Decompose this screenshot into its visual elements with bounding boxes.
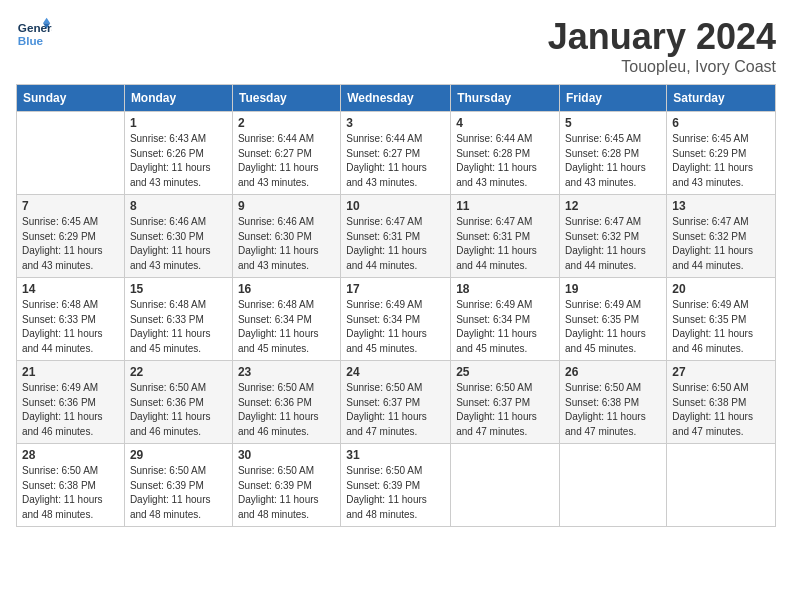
calendar-cell: 27Sunrise: 6:50 AMSunset: 6:38 PMDayligh… [667,361,776,444]
day-number: 27 [672,365,770,379]
calendar-cell: 18Sunrise: 6:49 AMSunset: 6:34 PMDayligh… [451,278,560,361]
day-info: Sunrise: 6:48 AMSunset: 6:33 PMDaylight:… [22,298,119,356]
calendar-cell: 5Sunrise: 6:45 AMSunset: 6:28 PMDaylight… [560,112,667,195]
calendar-cell [667,444,776,527]
day-number: 7 [22,199,119,213]
day-info: Sunrise: 6:49 AMSunset: 6:35 PMDaylight:… [565,298,661,356]
day-info: Sunrise: 6:50 AMSunset: 6:37 PMDaylight:… [456,381,554,439]
weekday-header: Tuesday [232,85,340,112]
day-info: Sunrise: 6:44 AMSunset: 6:27 PMDaylight:… [346,132,445,190]
day-number: 22 [130,365,227,379]
day-info: Sunrise: 6:49 AMSunset: 6:34 PMDaylight:… [456,298,554,356]
day-info: Sunrise: 6:49 AMSunset: 6:35 PMDaylight:… [672,298,770,356]
day-info: Sunrise: 6:47 AMSunset: 6:31 PMDaylight:… [456,215,554,273]
calendar-cell: 20Sunrise: 6:49 AMSunset: 6:35 PMDayligh… [667,278,776,361]
day-number: 19 [565,282,661,296]
day-number: 6 [672,116,770,130]
calendar-cell: 24Sunrise: 6:50 AMSunset: 6:37 PMDayligh… [341,361,451,444]
page-header: General Blue January 2024 Touopleu, Ivor… [16,16,776,76]
calendar-cell: 16Sunrise: 6:48 AMSunset: 6:34 PMDayligh… [232,278,340,361]
calendar-cell: 26Sunrise: 6:50 AMSunset: 6:38 PMDayligh… [560,361,667,444]
day-number: 8 [130,199,227,213]
weekday-header: Sunday [17,85,125,112]
calendar-cell: 23Sunrise: 6:50 AMSunset: 6:36 PMDayligh… [232,361,340,444]
calendar-cell: 21Sunrise: 6:49 AMSunset: 6:36 PMDayligh… [17,361,125,444]
weekday-header-row: SundayMondayTuesdayWednesdayThursdayFrid… [17,85,776,112]
day-number: 13 [672,199,770,213]
day-info: Sunrise: 6:46 AMSunset: 6:30 PMDaylight:… [130,215,227,273]
day-info: Sunrise: 6:44 AMSunset: 6:28 PMDaylight:… [456,132,554,190]
day-info: Sunrise: 6:47 AMSunset: 6:32 PMDaylight:… [565,215,661,273]
calendar-cell: 15Sunrise: 6:48 AMSunset: 6:33 PMDayligh… [124,278,232,361]
calendar-cell: 14Sunrise: 6:48 AMSunset: 6:33 PMDayligh… [17,278,125,361]
day-info: Sunrise: 6:48 AMSunset: 6:33 PMDaylight:… [130,298,227,356]
day-info: Sunrise: 6:50 AMSunset: 6:39 PMDaylight:… [238,464,335,522]
day-number: 14 [22,282,119,296]
calendar-cell: 4Sunrise: 6:44 AMSunset: 6:28 PMDaylight… [451,112,560,195]
day-number: 18 [456,282,554,296]
day-number: 3 [346,116,445,130]
calendar-week-row: 1Sunrise: 6:43 AMSunset: 6:26 PMDaylight… [17,112,776,195]
weekday-header: Monday [124,85,232,112]
calendar-cell: 19Sunrise: 6:49 AMSunset: 6:35 PMDayligh… [560,278,667,361]
day-info: Sunrise: 6:50 AMSunset: 6:38 PMDaylight:… [672,381,770,439]
month-title: January 2024 [548,16,776,58]
calendar-cell [451,444,560,527]
day-number: 17 [346,282,445,296]
title-block: January 2024 Touopleu, Ivory Coast [548,16,776,76]
day-info: Sunrise: 6:50 AMSunset: 6:36 PMDaylight:… [130,381,227,439]
day-number: 9 [238,199,335,213]
calendar-cell: 3Sunrise: 6:44 AMSunset: 6:27 PMDaylight… [341,112,451,195]
day-info: Sunrise: 6:48 AMSunset: 6:34 PMDaylight:… [238,298,335,356]
day-info: Sunrise: 6:50 AMSunset: 6:38 PMDaylight:… [22,464,119,522]
day-number: 2 [238,116,335,130]
day-number: 23 [238,365,335,379]
calendar-cell: 28Sunrise: 6:50 AMSunset: 6:38 PMDayligh… [17,444,125,527]
day-info: Sunrise: 6:45 AMSunset: 6:29 PMDaylight:… [672,132,770,190]
day-number: 1 [130,116,227,130]
day-number: 20 [672,282,770,296]
calendar-cell: 2Sunrise: 6:44 AMSunset: 6:27 PMDaylight… [232,112,340,195]
calendar-cell: 1Sunrise: 6:43 AMSunset: 6:26 PMDaylight… [124,112,232,195]
calendar-cell [17,112,125,195]
day-number: 11 [456,199,554,213]
calendar-week-row: 7Sunrise: 6:45 AMSunset: 6:29 PMDaylight… [17,195,776,278]
calendar-cell: 11Sunrise: 6:47 AMSunset: 6:31 PMDayligh… [451,195,560,278]
calendar-cell: 31Sunrise: 6:50 AMSunset: 6:39 PMDayligh… [341,444,451,527]
location-title: Touopleu, Ivory Coast [548,58,776,76]
calendar-week-row: 21Sunrise: 6:49 AMSunset: 6:36 PMDayligh… [17,361,776,444]
day-info: Sunrise: 6:49 AMSunset: 6:36 PMDaylight:… [22,381,119,439]
day-number: 30 [238,448,335,462]
calendar-cell: 29Sunrise: 6:50 AMSunset: 6:39 PMDayligh… [124,444,232,527]
day-info: Sunrise: 6:43 AMSunset: 6:26 PMDaylight:… [130,132,227,190]
day-info: Sunrise: 6:50 AMSunset: 6:38 PMDaylight:… [565,381,661,439]
day-info: Sunrise: 6:50 AMSunset: 6:37 PMDaylight:… [346,381,445,439]
day-info: Sunrise: 6:45 AMSunset: 6:29 PMDaylight:… [22,215,119,273]
calendar-cell: 6Sunrise: 6:45 AMSunset: 6:29 PMDaylight… [667,112,776,195]
calendar-cell: 17Sunrise: 6:49 AMSunset: 6:34 PMDayligh… [341,278,451,361]
day-number: 4 [456,116,554,130]
day-number: 16 [238,282,335,296]
calendar-cell [560,444,667,527]
weekday-header: Friday [560,85,667,112]
day-number: 15 [130,282,227,296]
day-number: 26 [565,365,661,379]
day-number: 29 [130,448,227,462]
day-info: Sunrise: 6:46 AMSunset: 6:30 PMDaylight:… [238,215,335,273]
calendar-week-row: 14Sunrise: 6:48 AMSunset: 6:33 PMDayligh… [17,278,776,361]
calendar-week-row: 28Sunrise: 6:50 AMSunset: 6:38 PMDayligh… [17,444,776,527]
day-info: Sunrise: 6:47 AMSunset: 6:32 PMDaylight:… [672,215,770,273]
logo: General Blue [16,16,56,52]
day-info: Sunrise: 6:45 AMSunset: 6:28 PMDaylight:… [565,132,661,190]
calendar-cell: 25Sunrise: 6:50 AMSunset: 6:37 PMDayligh… [451,361,560,444]
day-number: 25 [456,365,554,379]
calendar-cell: 10Sunrise: 6:47 AMSunset: 6:31 PMDayligh… [341,195,451,278]
calendar-cell: 30Sunrise: 6:50 AMSunset: 6:39 PMDayligh… [232,444,340,527]
svg-text:Blue: Blue [18,34,44,47]
day-info: Sunrise: 6:50 AMSunset: 6:39 PMDaylight:… [346,464,445,522]
day-info: Sunrise: 6:49 AMSunset: 6:34 PMDaylight:… [346,298,445,356]
day-info: Sunrise: 6:44 AMSunset: 6:27 PMDaylight:… [238,132,335,190]
day-info: Sunrise: 6:50 AMSunset: 6:39 PMDaylight:… [130,464,227,522]
day-info: Sunrise: 6:50 AMSunset: 6:36 PMDaylight:… [238,381,335,439]
day-number: 12 [565,199,661,213]
